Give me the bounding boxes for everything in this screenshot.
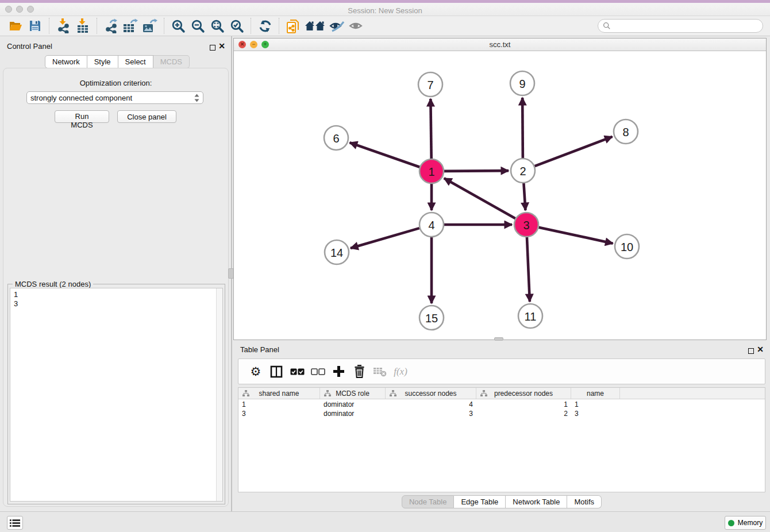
tab-mcds[interactable]: MCDS: [153, 55, 190, 68]
export-table-icon[interactable]: [121, 17, 140, 34]
tab-select[interactable]: Select: [118, 55, 153, 68]
result-scrollbar[interactable]: [216, 288, 222, 501]
cell-predecessor-nodes: 2: [476, 410, 571, 419]
import-table-icon[interactable]: [73, 17, 93, 34]
save-session-icon[interactable]: [25, 17, 45, 34]
graph-edge-4-14[interactable]: [351, 228, 419, 248]
window-titlebar: Session: New Session: [0, 0, 770, 16]
hide-panels-icon[interactable]: [327, 17, 346, 34]
tab-motifs[interactable]: Motifs: [567, 495, 602, 508]
network-window-titlebar: ✕ − + scc.txt: [234, 38, 766, 51]
table-panel-close-button[interactable]: ✕: [757, 346, 764, 352]
export-network-icon[interactable]: [101, 17, 121, 34]
control-panel-float-button[interactable]: [210, 43, 215, 53]
network-window-title: scc.txt: [234, 40, 766, 49]
toolbar-separator: [279, 18, 279, 34]
tab-network[interactable]: Network: [45, 55, 87, 68]
graph-edge-3-10[interactable]: [538, 228, 613, 244]
show-panels-icon[interactable]: [346, 17, 366, 34]
hierarchy-icon: [324, 390, 331, 397]
column-header-successor-nodes[interactable]: successor nodes: [386, 388, 476, 399]
tab-edge-table[interactable]: Edge Table: [454, 495, 506, 508]
open-session-icon[interactable]: [6, 17, 25, 34]
criterion-value: strongly connected component: [30, 94, 194, 102]
column-header-shared-name[interactable]: shared name: [238, 388, 320, 399]
create-column-icon[interactable]: [328, 361, 349, 383]
graph-edge-3-11[interactable]: [527, 237, 530, 302]
graph-node-label: 9: [519, 78, 525, 90]
delete-column-trash-icon[interactable]: [349, 361, 369, 383]
column-header-mcds-role[interactable]: MCDS role: [320, 388, 386, 399]
column-visibility-icon[interactable]: [266, 361, 287, 383]
mcds-result-groupbox: MCDS result (2 nodes) 1 3: [7, 284, 225, 504]
graph-node-label: 8: [622, 126, 629, 138]
search-input[interactable]: [611, 22, 758, 30]
status-bar: Memory: [0, 511, 770, 532]
clone-network-icon[interactable]: [283, 17, 303, 34]
show-panel-menu-button[interactable]: [7, 516, 23, 530]
run-mcds-button[interactable]: Run MCDS: [55, 110, 109, 123]
home-icon[interactable]: [303, 17, 327, 34]
column-header-predecessor-nodes[interactable]: predecessor nodes: [476, 388, 571, 399]
control-panel: Control Panel ✕ Network Style Select MCD…: [0, 36, 232, 511]
graph-edge-1-7[interactable]: [430, 99, 431, 159]
toolbar-separator: [251, 18, 251, 34]
select-all-icon[interactable]: [287, 361, 307, 383]
table-panel: Table Panel ✕ ⚙ f(x): [233, 342, 770, 511]
column-header-name[interactable]: name: [571, 388, 620, 399]
network-window: ✕ − + scc.txt 7968124314101511: [233, 38, 767, 340]
table-settings-gear-icon[interactable]: ⚙: [245, 361, 266, 383]
import-network-icon[interactable]: [53, 17, 73, 34]
list-icon: [10, 519, 20, 527]
graph-node-label: 14: [330, 246, 343, 259]
graph-edge-2-9[interactable]: [522, 98, 523, 158]
table-row[interactable]: 3 dominator 3 2 3: [238, 410, 765, 419]
table-panel-title: Table Panel: [240, 345, 279, 354]
node-table: shared name MCDS role successor nodes pr…: [238, 387, 765, 492]
optimization-criterion-label: Optimization criterion:: [3, 79, 228, 87]
control-panel-close-button[interactable]: ✕: [218, 43, 225, 49]
zoom-selected-icon[interactable]: [227, 17, 247, 34]
delete-table-icon-disabled: [369, 361, 390, 383]
memory-button[interactable]: Memory: [725, 516, 766, 530]
graph-node-label: 7: [427, 79, 433, 91]
criterion-select[interactable]: strongly connected component: [26, 91, 203, 104]
table-row[interactable]: 1 dominator 4 1 1: [238, 400, 765, 410]
network-canvas[interactable]: 7968124314101511: [234, 51, 766, 340]
search-icon: [603, 22, 611, 30]
mcds-panel-body: Optimization criterion: strongly connect…: [3, 68, 229, 507]
table-panel-float-button[interactable]: [748, 346, 754, 356]
cell-shared-name: 3: [238, 410, 320, 419]
horizontal-splitter-handle[interactable]: [494, 337, 503, 341]
cell-mcds-role: dominator: [320, 410, 386, 419]
tab-network-table[interactable]: Network Table: [506, 495, 567, 508]
cell-mcds-role: dominator: [320, 400, 386, 410]
search-field[interactable]: [598, 19, 763, 33]
graph-edge-1-2[interactable]: [444, 171, 509, 171]
hierarchy-icon: [242, 390, 249, 397]
graph-edge-2-3[interactable]: [523, 183, 525, 210]
export-image-icon[interactable]: [140, 17, 160, 34]
cell-successor-nodes: 3: [386, 410, 476, 419]
graph-node-label: 1: [428, 165, 434, 178]
zoom-in-icon[interactable]: [168, 17, 188, 34]
graph-edge-2-8[interactable]: [535, 137, 613, 166]
mcds-result-title: MCDS result (2 nodes): [13, 280, 93, 288]
table-tabs: Node Table Edge Table Network Table Moti…: [233, 495, 770, 508]
tab-style[interactable]: Style: [87, 55, 118, 68]
zoom-fit-icon[interactable]: [207, 17, 227, 34]
toolbar-separator: [49, 18, 49, 34]
mcds-result-text[interactable]: 1 3: [10, 288, 223, 502]
memory-label: Memory: [738, 519, 763, 527]
zoom-out-icon[interactable]: [188, 17, 207, 34]
close-panel-button[interactable]: Close panel: [117, 110, 176, 123]
tab-node-table[interactable]: Node Table: [402, 495, 455, 508]
cell-name: 1: [571, 400, 620, 410]
graph-edge-1-6[interactable]: [350, 142, 420, 167]
graph-edge-3-1[interactable]: [444, 178, 515, 218]
graph-node-label: 11: [525, 310, 537, 323]
apply-layout-icon[interactable]: [255, 17, 275, 34]
graph-node-label: 6: [333, 132, 339, 145]
deselect-all-icon[interactable]: [307, 361, 328, 383]
hierarchy-icon: [390, 390, 396, 397]
